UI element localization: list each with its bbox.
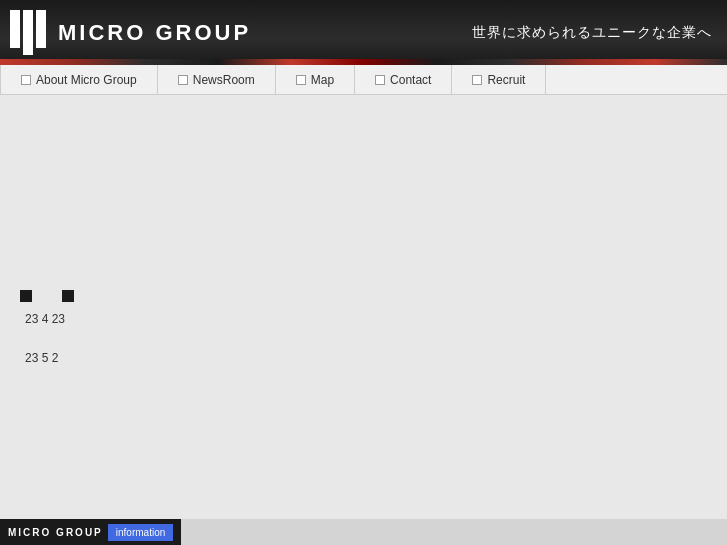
main-content: 23 4 23 23 5 2 bbox=[0, 95, 727, 475]
content-markers bbox=[20, 290, 707, 302]
site-footer: MICRO GROUP information bbox=[0, 519, 727, 545]
nav-checkbox-recruit bbox=[472, 75, 482, 85]
nav-label-contact: Contact bbox=[390, 73, 431, 87]
nav-label-newsroom: NewsRoom bbox=[193, 73, 255, 87]
header-tagline: 世界に求められるユニークな企業へ bbox=[472, 24, 712, 42]
logo-icon bbox=[10, 10, 46, 55]
marker-square-2 bbox=[62, 290, 74, 302]
nav-checkbox-newsroom bbox=[178, 75, 188, 85]
logo-bar-2 bbox=[23, 10, 33, 55]
footer-logo-area: MICRO GROUP information bbox=[0, 519, 181, 545]
site-header: MICRO GROUP 世界に求められるユニークな企業へ bbox=[0, 0, 727, 65]
nav-bar: About Micro Group NewsRoom Map Contact R… bbox=[0, 65, 727, 95]
nav-item-newsroom[interactable]: NewsRoom bbox=[158, 65, 276, 94]
nav-checkbox-about bbox=[21, 75, 31, 85]
marker-square-1 bbox=[20, 290, 32, 302]
date-entry-2: 23 5 2 bbox=[20, 351, 707, 365]
nav-item-about[interactable]: About Micro Group bbox=[0, 65, 158, 94]
logo-text: MICRO GROUP bbox=[58, 20, 251, 46]
nav-item-map[interactable]: Map bbox=[276, 65, 355, 94]
nav-item-recruit[interactable]: Recruit bbox=[452, 65, 546, 94]
footer-info-button[interactable]: information bbox=[108, 524, 173, 541]
logo-bar-3 bbox=[36, 10, 46, 48]
nav-checkbox-map bbox=[296, 75, 306, 85]
logo-area: MICRO GROUP bbox=[10, 10, 251, 55]
date-entry-1: 23 4 23 bbox=[20, 312, 707, 326]
footer-bar bbox=[181, 519, 727, 545]
logo-bar-1 bbox=[10, 10, 20, 48]
nav-checkbox-contact bbox=[375, 75, 385, 85]
footer-logo-text: MICRO GROUP bbox=[8, 527, 103, 538]
nav-label-map: Map bbox=[311, 73, 334, 87]
nav-label-recruit: Recruit bbox=[487, 73, 525, 87]
nav-item-contact[interactable]: Contact bbox=[355, 65, 452, 94]
nav-label-about: About Micro Group bbox=[36, 73, 137, 87]
